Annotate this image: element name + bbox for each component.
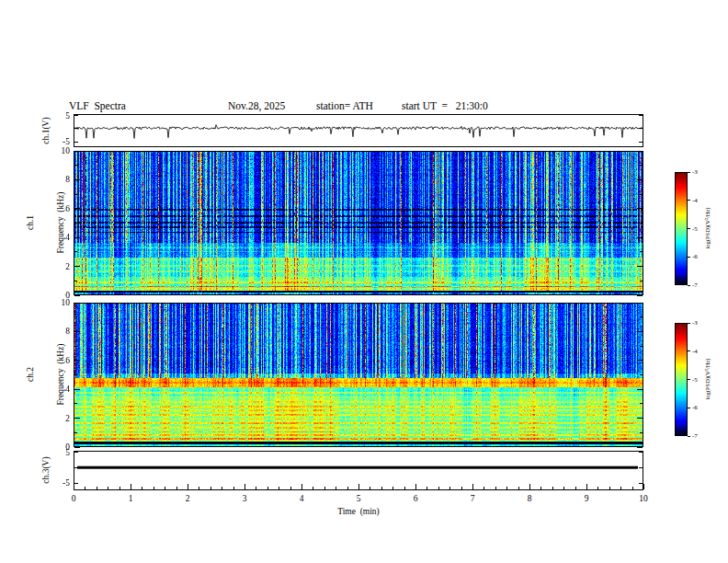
x-tick <box>142 487 142 489</box>
y-tick-label: 4 <box>37 233 70 242</box>
y-tick <box>640 194 643 195</box>
y-tick-label: 5 <box>37 448 70 457</box>
y-tick-label: 10 <box>37 298 70 307</box>
x-tick <box>438 487 439 489</box>
y-tick <box>74 360 80 361</box>
x-tick <box>427 487 427 489</box>
y-tick <box>639 483 643 484</box>
x-tick <box>483 487 484 489</box>
x-tick-label: 3 <box>243 494 247 503</box>
x-tick <box>529 484 530 489</box>
vlf-spectra-figure: VLF Spectra Nov.28, 2025 station= ATH st… <box>0 0 728 563</box>
x-tick <box>461 487 462 489</box>
y-tick <box>74 346 77 347</box>
y-tick <box>640 432 643 433</box>
y-tick-label: 10 <box>37 146 70 155</box>
y-tick-label: 5 <box>37 111 70 121</box>
ch2-spectrogram-canvas <box>74 304 643 446</box>
y-tick <box>74 447 80 448</box>
x-tick-label: 10 <box>639 494 648 503</box>
y-tick <box>74 467 78 468</box>
x-tick <box>358 484 359 489</box>
y-tick <box>74 237 80 238</box>
x-tick <box>108 487 108 489</box>
x-tick <box>245 484 245 489</box>
x-tick <box>154 487 154 489</box>
x-tick <box>381 487 382 489</box>
y-tick <box>640 223 643 224</box>
y-tick <box>74 266 80 267</box>
colorbar-tick <box>688 172 690 173</box>
x-tick <box>165 487 165 489</box>
y-tick <box>74 403 77 404</box>
x-tick <box>222 487 222 489</box>
y-tick <box>637 266 643 267</box>
x-tick <box>188 484 188 489</box>
colorbar-tick-label: -4 <box>692 197 698 204</box>
y-tick <box>640 374 643 375</box>
x-tick <box>210 487 211 489</box>
x-tick <box>176 487 177 489</box>
y-tick <box>74 194 77 195</box>
x-tick <box>267 487 268 489</box>
y-tick-label: 4 <box>37 385 70 394</box>
ch1-colorbar <box>675 172 688 285</box>
colorbar-tick-label: -5 <box>692 225 698 233</box>
ch2-frequency-axis-label-line1: ch.2 <box>26 343 36 405</box>
y-tick-label: 2 <box>37 414 70 423</box>
x-tick <box>74 484 74 489</box>
x-tick-label: 2 <box>186 494 190 503</box>
x-axis-label: Time (min) <box>337 507 380 516</box>
y-tick <box>640 403 643 404</box>
figure-title: VLF Spectra <box>69 100 126 111</box>
y-tick <box>637 418 643 419</box>
y-tick <box>74 452 78 453</box>
colorbar-tick-label: -3 <box>692 319 698 327</box>
ch2-colorbar-label: log(PSD)(V²/Hz) <box>704 359 711 400</box>
x-tick <box>85 487 85 489</box>
y-tick <box>74 251 77 252</box>
x-tick-label: 1 <box>129 494 133 503</box>
x-tick <box>199 487 199 489</box>
x-tick <box>597 487 598 489</box>
y-tick <box>637 360 643 361</box>
y-tick <box>74 179 80 180</box>
x-tick <box>336 487 336 489</box>
colorbar-tick-label: -6 <box>692 404 698 411</box>
x-tick-label: 5 <box>357 494 361 503</box>
x-tick <box>370 487 370 489</box>
y-tick <box>74 316 77 317</box>
x-tick <box>347 487 348 489</box>
y-tick <box>74 303 80 304</box>
colorbar-tick <box>688 285 690 286</box>
y-tick-label: 8 <box>37 327 70 336</box>
y-tick <box>637 447 643 448</box>
x-tick <box>495 487 496 489</box>
x-tick-label: 9 <box>585 494 589 503</box>
colorbar-tick <box>688 379 690 380</box>
x-tick <box>472 484 473 489</box>
y-tick <box>74 115 78 116</box>
y-tick <box>639 467 643 468</box>
y-tick-label: 8 <box>37 175 70 184</box>
x-tick-label: 6 <box>414 494 418 503</box>
colorbar-tick <box>688 436 690 437</box>
colorbar-tick-label: -6 <box>692 253 698 260</box>
y-tick-label: 6 <box>37 356 70 365</box>
y-tick <box>74 281 77 282</box>
y-tick <box>74 331 80 332</box>
colorbar-tick-label: -4 <box>692 348 698 355</box>
x-tick <box>324 487 325 489</box>
y-tick <box>637 331 643 332</box>
x-tick-label: 0 <box>72 494 76 503</box>
colorbar-tick <box>688 323 690 324</box>
x-tick <box>97 487 97 489</box>
y-tick <box>74 418 80 419</box>
y-tick <box>640 346 643 347</box>
ch2-frequency-axis-label-line2: Frequency (kHz) <box>56 343 66 405</box>
y-tick <box>639 142 643 143</box>
y-tick <box>640 316 643 317</box>
y-tick <box>637 389 643 390</box>
x-tick <box>552 487 553 489</box>
x-tick <box>506 487 507 489</box>
